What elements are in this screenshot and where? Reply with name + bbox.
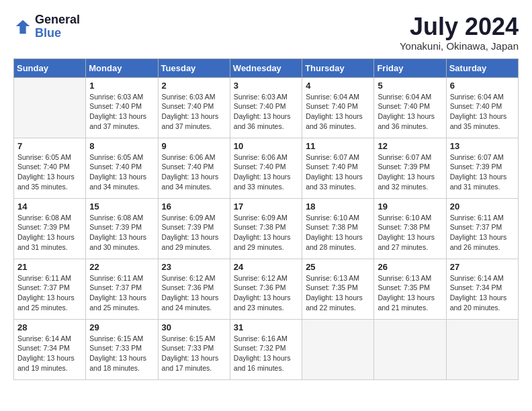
day-number: 15 (89, 201, 154, 212)
calendar-cell: 27Sunrise: 6:14 AMSunset: 7:34 PMDayligh… (446, 259, 518, 319)
day-number: 4 (306, 81, 370, 91)
day-info: Sunrise: 6:14 AMSunset: 7:34 PMDaylight:… (450, 273, 515, 313)
day-header-thursday: Thursday (302, 58, 374, 77)
calendar-cell: 5Sunrise: 6:04 AMSunset: 7:40 PMDaylight… (374, 77, 446, 138)
calendar-cell: 13Sunrise: 6:07 AMSunset: 7:39 PMDayligh… (446, 138, 518, 198)
day-number: 12 (378, 141, 442, 151)
calendar-cell (14, 77, 86, 138)
day-number: 23 (162, 262, 226, 272)
day-info: Sunrise: 6:11 AMSunset: 7:37 PMDaylight:… (450, 213, 515, 253)
day-number: 11 (306, 141, 370, 151)
day-number: 26 (378, 262, 442, 272)
day-info: Sunrise: 6:04 AMSunset: 7:40 PMDaylight:… (378, 92, 442, 132)
calendar-cell: 11Sunrise: 6:07 AMSunset: 7:40 PMDayligh… (302, 138, 374, 198)
day-info: Sunrise: 6:09 AMSunset: 7:39 PMDaylight:… (162, 213, 226, 253)
day-info: Sunrise: 6:04 AMSunset: 7:40 PMDaylight:… (450, 92, 515, 132)
day-info: Sunrise: 6:05 AMSunset: 7:40 PMDaylight:… (89, 152, 154, 192)
day-info: Sunrise: 6:04 AMSunset: 7:40 PMDaylight:… (306, 92, 370, 132)
calendar-cell: 22Sunrise: 6:11 AMSunset: 7:37 PMDayligh… (86, 259, 158, 319)
day-info: Sunrise: 6:07 AMSunset: 7:39 PMDaylight:… (450, 152, 515, 192)
day-number: 31 (234, 322, 298, 332)
calendar-cell: 3Sunrise: 6:03 AMSunset: 7:40 PMDaylight… (230, 77, 302, 138)
week-row-5: 28Sunrise: 6:14 AMSunset: 7:34 PMDayligh… (14, 319, 519, 379)
logo-text: General Blue (35, 13, 80, 40)
day-info: Sunrise: 6:14 AMSunset: 7:34 PMDaylight:… (17, 334, 82, 373)
calendar-table: SundayMondayTuesdayWednesdayThursdayFrid… (13, 58, 519, 380)
day-info: Sunrise: 6:15 AMSunset: 7:33 PMDaylight:… (162, 334, 226, 373)
day-number: 1 (89, 81, 154, 91)
day-number: 24 (234, 262, 298, 272)
day-number: 18 (306, 201, 370, 212)
day-number: 21 (17, 262, 82, 272)
calendar-cell: 24Sunrise: 6:12 AMSunset: 7:36 PMDayligh… (230, 259, 302, 319)
month-title: July 2024 (400, 13, 519, 40)
calendar-cell: 16Sunrise: 6:09 AMSunset: 7:39 PMDayligh… (158, 198, 230, 259)
day-number: 10 (234, 141, 298, 151)
week-row-3: 14Sunrise: 6:08 AMSunset: 7:39 PMDayligh… (14, 198, 519, 259)
calendar-cell (302, 319, 374, 379)
day-info: Sunrise: 6:15 AMSunset: 7:33 PMDaylight:… (89, 334, 154, 373)
calendar-cell: 9Sunrise: 6:06 AMSunset: 7:40 PMDaylight… (158, 138, 230, 198)
calendar-cell: 1Sunrise: 6:03 AMSunset: 7:40 PMDaylight… (86, 77, 158, 138)
logo: General Blue (13, 13, 80, 40)
calendar-cell: 29Sunrise: 6:15 AMSunset: 7:33 PMDayligh… (86, 319, 158, 379)
day-number: 5 (378, 81, 442, 91)
calendar-cell (446, 319, 518, 379)
day-number: 9 (162, 141, 226, 151)
day-header-friday: Friday (374, 58, 446, 77)
calendar-cell: 14Sunrise: 6:08 AMSunset: 7:39 PMDayligh… (14, 198, 86, 259)
calendar-header-row: SundayMondayTuesdayWednesdayThursdayFrid… (14, 58, 519, 77)
day-info: Sunrise: 6:03 AMSunset: 7:40 PMDaylight:… (162, 92, 226, 132)
page-header: General Blue July 2024 Yonakuni, Okinawa… (13, 13, 519, 52)
calendar-cell: 23Sunrise: 6:12 AMSunset: 7:36 PMDayligh… (158, 259, 230, 319)
day-info: Sunrise: 6:11 AMSunset: 7:37 PMDaylight:… (89, 273, 154, 313)
day-number: 6 (450, 81, 515, 91)
day-info: Sunrise: 6:12 AMSunset: 7:36 PMDaylight:… (162, 273, 226, 313)
title-area: July 2024 Yonakuni, Okinawa, Japan (400, 13, 519, 52)
day-header-wednesday: Wednesday (230, 58, 302, 77)
day-info: Sunrise: 6:13 AMSunset: 7:35 PMDaylight:… (378, 273, 442, 313)
calendar-cell: 15Sunrise: 6:08 AMSunset: 7:39 PMDayligh… (86, 198, 158, 259)
day-number: 25 (306, 262, 370, 272)
day-info: Sunrise: 6:12 AMSunset: 7:36 PMDaylight:… (234, 273, 298, 313)
day-number: 19 (378, 201, 442, 212)
day-number: 28 (17, 322, 82, 332)
day-number: 7 (17, 141, 82, 151)
calendar-cell: 6Sunrise: 6:04 AMSunset: 7:40 PMDaylight… (446, 77, 518, 138)
calendar-cell (374, 319, 446, 379)
svg-marker-0 (16, 20, 30, 34)
day-number: 22 (89, 262, 154, 272)
day-number: 8 (89, 141, 154, 151)
day-info: Sunrise: 6:06 AMSunset: 7:40 PMDaylight:… (234, 152, 298, 192)
calendar-cell: 20Sunrise: 6:11 AMSunset: 7:37 PMDayligh… (446, 198, 518, 259)
day-info: Sunrise: 6:10 AMSunset: 7:38 PMDaylight:… (378, 213, 442, 253)
calendar-cell: 12Sunrise: 6:07 AMSunset: 7:39 PMDayligh… (374, 138, 446, 198)
calendar-cell: 17Sunrise: 6:09 AMSunset: 7:38 PMDayligh… (230, 198, 302, 259)
day-info: Sunrise: 6:05 AMSunset: 7:40 PMDaylight:… (17, 152, 82, 192)
calendar-cell: 31Sunrise: 6:16 AMSunset: 7:32 PMDayligh… (230, 319, 302, 379)
calendar-cell: 18Sunrise: 6:10 AMSunset: 7:38 PMDayligh… (302, 198, 374, 259)
calendar-cell: 7Sunrise: 6:05 AMSunset: 7:40 PMDaylight… (14, 138, 86, 198)
day-number: 16 (162, 201, 226, 212)
logo-icon (13, 17, 32, 36)
location: Yonakuni, Okinawa, Japan (400, 40, 519, 52)
calendar-cell: 25Sunrise: 6:13 AMSunset: 7:35 PMDayligh… (302, 259, 374, 319)
day-number: 30 (162, 322, 226, 332)
day-header-sunday: Sunday (14, 58, 86, 77)
calendar-cell: 21Sunrise: 6:11 AMSunset: 7:37 PMDayligh… (14, 259, 86, 319)
week-row-4: 21Sunrise: 6:11 AMSunset: 7:37 PMDayligh… (14, 259, 519, 319)
day-info: Sunrise: 6:08 AMSunset: 7:39 PMDaylight:… (17, 213, 82, 253)
day-info: Sunrise: 6:16 AMSunset: 7:32 PMDaylight:… (234, 334, 298, 373)
week-row-2: 7Sunrise: 6:05 AMSunset: 7:40 PMDaylight… (14, 138, 519, 198)
day-number: 17 (234, 201, 298, 212)
calendar-cell: 2Sunrise: 6:03 AMSunset: 7:40 PMDaylight… (158, 77, 230, 138)
day-number: 3 (234, 81, 298, 91)
day-info: Sunrise: 6:08 AMSunset: 7:39 PMDaylight:… (89, 213, 154, 253)
day-info: Sunrise: 6:03 AMSunset: 7:40 PMDaylight:… (89, 92, 154, 132)
day-info: Sunrise: 6:07 AMSunset: 7:39 PMDaylight:… (378, 152, 442, 192)
day-number: 14 (17, 201, 82, 212)
calendar-cell: 26Sunrise: 6:13 AMSunset: 7:35 PMDayligh… (374, 259, 446, 319)
day-info: Sunrise: 6:13 AMSunset: 7:35 PMDaylight:… (306, 273, 370, 313)
calendar-cell: 4Sunrise: 6:04 AMSunset: 7:40 PMDaylight… (302, 77, 374, 138)
calendar-body: 1Sunrise: 6:03 AMSunset: 7:40 PMDaylight… (14, 77, 519, 379)
